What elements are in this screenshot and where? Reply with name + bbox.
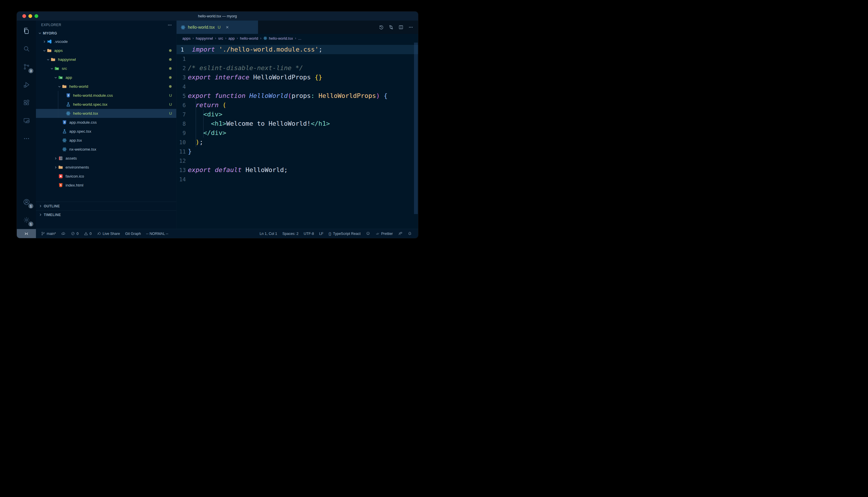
split-editor-button[interactable] xyxy=(398,25,403,30)
status-live-share[interactable]: Live Share xyxy=(94,229,123,238)
panel-label: TIMELINE xyxy=(44,213,61,217)
code-line[interactable]: 5export function HelloWorld(props: Hello… xyxy=(177,91,418,100)
status-sync[interactable] xyxy=(58,229,68,238)
activity-settings[interactable]: 1 xyxy=(17,211,36,229)
tree-item-environments[interactable]: environments xyxy=(36,163,176,172)
status-eol[interactable]: LF xyxy=(317,229,326,238)
status-prettier[interactable]: Prettier xyxy=(373,229,396,238)
tree-item-happynrwl[interactable]: happynrwl xyxy=(36,55,176,64)
breadcrumb-separator: › xyxy=(295,36,296,40)
activity-extensions[interactable] xyxy=(17,94,36,112)
activity-remote-explorer[interactable] xyxy=(17,112,36,129)
status-feedback[interactable] xyxy=(396,229,405,238)
code-line[interactable]: 10 ); xyxy=(177,138,418,147)
status-octoface[interactable] xyxy=(363,229,373,238)
test-icon xyxy=(62,129,68,134)
breadcrumb-item[interactable]: apps xyxy=(182,36,191,41)
status-errors[interactable]: 0 xyxy=(68,229,81,238)
code-line[interactable]: 7 <div> xyxy=(177,110,418,119)
code-editor[interactable]: 1import './hello-world.module.css';12/* … xyxy=(177,43,418,229)
status-git-graph[interactable]: Git Graph xyxy=(123,229,143,238)
remote-indicator[interactable] xyxy=(17,229,36,238)
workspace-section-header[interactable]: MYORG xyxy=(36,29,176,37)
activity-source-control[interactable]: 3 xyxy=(17,58,36,75)
tree-item-app-spec-tsx[interactable]: app.spec.tsx xyxy=(36,127,176,136)
breadcrumb-item[interactable]: ... xyxy=(298,36,301,41)
close-window-button[interactable] xyxy=(22,14,26,18)
breadcrumb-label: hello-world xyxy=(240,36,258,41)
panel-timeline[interactable]: TIMELINE xyxy=(36,210,176,219)
tree-item-app-module-css[interactable]: 3app.module.css xyxy=(36,118,176,127)
search-icon xyxy=(23,45,30,53)
more-actions-button[interactable] xyxy=(408,25,413,30)
vertical-scrollbar[interactable] xyxy=(414,43,418,214)
compare-changes-button[interactable] xyxy=(388,25,394,30)
status-vim-mode[interactable]: -- NORMAL -- xyxy=(143,229,171,238)
chevron-down-icon xyxy=(46,58,51,61)
tree-item-app-tsx[interactable]: app.tsx xyxy=(36,136,176,145)
zoom-window-button[interactable] xyxy=(35,14,38,18)
code-text: return ( xyxy=(188,100,226,110)
tree-item-app[interactable]: app xyxy=(36,73,176,82)
status-language-mode[interactable]: {}TypeScript React xyxy=(326,229,363,238)
activity-run-debug[interactable] xyxy=(17,75,36,94)
tab-hello-world-tsx[interactable]: hello-world.tsx U xyxy=(177,20,258,34)
code-line[interactable]: 2/* eslint-disable-next-line */ xyxy=(177,63,418,73)
git-modified-dot xyxy=(169,67,171,70)
tree-item--vscode[interactable]: .vscode xyxy=(36,37,176,46)
chevron-right-icon xyxy=(39,204,42,208)
status-cursor-position[interactable]: Ln 1, Col 1 xyxy=(257,229,279,238)
tree-item-nx-welcome-tsx[interactable]: nx-welcome.tsx xyxy=(36,145,176,154)
code-line[interactable]: 8 <h1>Welcome to HelloWorld!</h1> xyxy=(177,119,418,128)
tree-item-index-html[interactable]: 5index.html xyxy=(36,181,176,190)
tree-item-label: index.html xyxy=(66,183,83,187)
breadcrumb-item[interactable]: src xyxy=(218,36,223,41)
explorer-more-actions-icon[interactable] xyxy=(167,23,172,28)
breadcrumb-item[interactable]: hello-world.tsx xyxy=(263,36,293,41)
code-line[interactable]: 6 return ( xyxy=(177,100,418,110)
status-warnings[interactable]: 0 xyxy=(81,229,94,238)
status-notifications[interactable] xyxy=(405,229,415,238)
breadcrumb-item[interactable]: app xyxy=(229,36,235,41)
status-encoding[interactable]: UTF-8 xyxy=(301,229,316,238)
minimize-window-button[interactable] xyxy=(28,14,32,18)
panel-outline[interactable]: OUTLINE xyxy=(36,202,176,210)
tree-item-assets[interactable]: assets xyxy=(36,154,176,163)
tree-item-label: hello-world.tsx xyxy=(73,111,98,116)
tree-item-favicon-ico[interactable]: favicon.ico xyxy=(36,172,176,181)
sidebar-header: EXPLORER xyxy=(36,20,176,29)
code-text: <h1>Welcome to HelloWorld!</h1> xyxy=(188,119,330,128)
tree-item-hello-world[interactable]: hello-world xyxy=(36,82,176,91)
breadcrumb-item[interactable]: hello-world xyxy=(240,36,258,41)
status-branch[interactable]: main* xyxy=(38,229,58,238)
tree-item-hello-world-spec-tsx[interactable]: hello-world.spec.tsxU xyxy=(36,100,176,109)
status-indentation[interactable]: Spaces: 2 xyxy=(280,229,301,238)
activity-more[interactable] xyxy=(17,129,36,147)
code-line[interactable]: 4 xyxy=(177,82,418,91)
code-text: } xyxy=(188,147,192,156)
tree-item-src[interactable]: <>src xyxy=(36,64,176,73)
code-line[interactable]: 13export default HelloWorld; xyxy=(177,165,418,175)
tree-item-apps[interactable]: apps xyxy=(36,46,176,55)
code-line[interactable]: 3export interface HelloWorldProps {} xyxy=(177,73,418,82)
status-item-label: Git Graph xyxy=(125,232,141,236)
code-line-current[interactable]: 1import './hello-world.module.css'; xyxy=(177,45,418,54)
activity-explorer[interactable] xyxy=(17,22,36,40)
status-item-label: Ln 1, Col 1 xyxy=(260,232,277,236)
code-line[interactable]: 12 xyxy=(177,156,418,165)
breadcrumb-item[interactable]: happynrwl xyxy=(196,36,213,41)
code-line[interactable]: 14 xyxy=(177,175,418,184)
activity-search[interactable] xyxy=(17,40,36,58)
code-line[interactable]: 1 xyxy=(177,54,418,63)
panel-label: OUTLINE xyxy=(44,204,60,208)
tree-item-hello-world-module-css[interactable]: 3hello-world.module.cssU xyxy=(36,91,176,100)
open-timeline-button[interactable] xyxy=(378,25,384,30)
chevron-right-icon xyxy=(54,166,58,169)
code-text: <div> xyxy=(188,110,222,119)
close-icon[interactable] xyxy=(225,25,229,29)
activity-accounts[interactable]: 1 xyxy=(17,193,36,211)
code-line[interactable]: 9 </div> xyxy=(177,128,418,138)
code-line[interactable]: 11} xyxy=(177,147,418,156)
workspace-name: MYORG xyxy=(43,31,57,36)
tree-item-hello-world-tsx[interactable]: hello-world.tsxU xyxy=(36,109,176,118)
